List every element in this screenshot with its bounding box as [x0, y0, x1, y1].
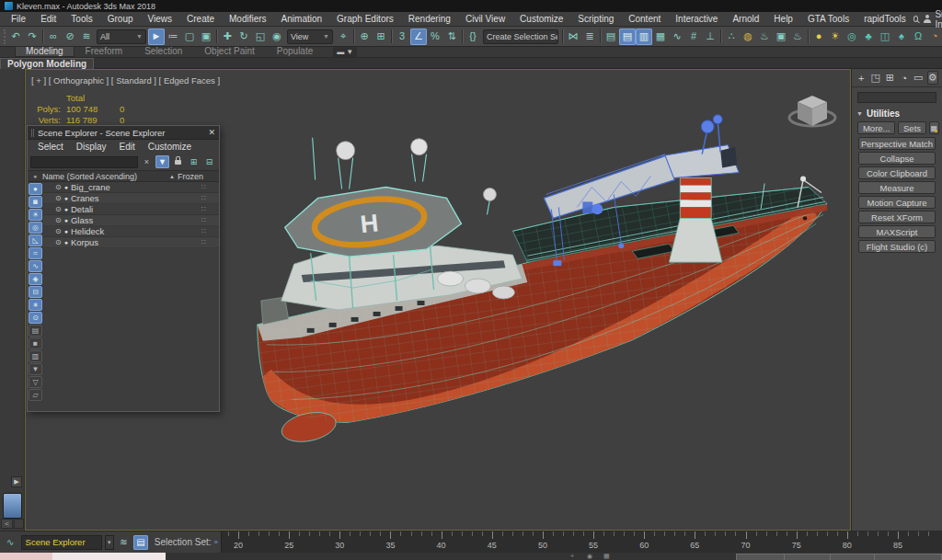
- keyboard-shortcut-override-icon[interactable]: ⊞: [373, 29, 389, 45]
- toggle-ribbon-icon[interactable]: ▦: [652, 29, 669, 45]
- render-setup-icon[interactable]: ♨: [756, 29, 773, 45]
- se-menu-edit[interactable]: Edit: [113, 142, 142, 152]
- display-containers-icon[interactable]: ◈: [29, 273, 42, 285]
- sort-by-hierarchy-icon[interactable]: ▥: [29, 350, 42, 362]
- utility-button-motion-capture[interactable]: Motion Capture: [858, 196, 936, 209]
- edit-named-selection-sets-icon[interactable]: {}: [465, 29, 481, 45]
- menu-help[interactable]: Help: [766, 14, 800, 24]
- expand-tree-icon[interactable]: ⊞: [187, 155, 201, 168]
- filter-sets-icon[interactable]: ▼: [29, 363, 42, 375]
- lock-icon[interactable]: [171, 155, 185, 168]
- ribbon-tab-object-paint[interactable]: Object Paint: [193, 46, 265, 57]
- collapse-tree-icon[interactable]: ⊟: [202, 155, 216, 168]
- menu-graph-editors[interactable]: Graph Editors: [329, 14, 401, 24]
- mirror-icon[interactable]: ⋈: [565, 29, 581, 45]
- filter-icon[interactable]: ▽: [29, 376, 42, 388]
- isolate-layers-icon[interactable]: ≋: [117, 535, 132, 550]
- layout-scroll-left-button[interactable]: <: [1, 519, 13, 529]
- select-and-link-icon[interactable]: ∞: [45, 29, 62, 45]
- layout-scroll-spacer[interactable]: [14, 519, 24, 529]
- reference-coordinate-system-dropdown[interactable]: View▼: [287, 29, 333, 44]
- scene-object-row[interactable]: ⊙●Helideck∷: [43, 226, 219, 237]
- clear-search-icon[interactable]: ×: [140, 155, 154, 168]
- utility-button-maxscript[interactable]: MAXScript: [858, 225, 936, 238]
- ribbon-tab-populate[interactable]: Populate: [266, 46, 324, 57]
- explorer-selector-arrow-icon[interactable]: ▼: [105, 535, 114, 550]
- name-column-header[interactable]: Name (Sorted Ascending): [42, 172, 169, 181]
- unlink-selection-icon[interactable]: ⊘: [62, 29, 78, 45]
- menu-animation[interactable]: Animation: [274, 14, 329, 24]
- scene-explorer-header[interactable]: ● Name (Sorted Ascending) ▲ Frozen: [28, 170, 219, 182]
- more-utilities-button[interactable]: More...: [857, 121, 895, 134]
- toggle-scene-explorer-icon[interactable]: ▤: [603, 29, 619, 45]
- utilities-rollout-header[interactable]: ▼ Utilities: [852, 105, 942, 120]
- bind-to-space-warp-icon[interactable]: ≋: [78, 29, 95, 45]
- scene-explorer-titlebar[interactable]: Scene Explorer - Scene Explorer ✕: [28, 126, 219, 140]
- material-editor-icon[interactable]: ◍: [740, 29, 756, 45]
- snaps-toggle-icon[interactable]: 3: [394, 29, 410, 45]
- grid-icon[interactable]: ▦: [603, 553, 610, 560]
- menu-arnold[interactable]: Arnold: [725, 14, 766, 24]
- utility-button-color-clipboard[interactable]: Color Clipboard: [858, 166, 936, 179]
- utilities-tab[interactable]: ⚙: [927, 71, 939, 85]
- spinner-snap-toggle-icon[interactable]: ⇅: [443, 29, 460, 45]
- trees-icon[interactable]: ♣: [860, 29, 877, 45]
- utility-button-perspective-match[interactable]: Perspective Match: [858, 137, 936, 150]
- close-icon[interactable]: ✕: [208, 128, 215, 137]
- frozen-toggle-icon[interactable]: ∷: [201, 194, 206, 202]
- particle-view-icon[interactable]: ∴: [723, 29, 740, 45]
- menu-rapidtools[interactable]: rapidTools: [856, 14, 913, 24]
- selection-filter-dropdown[interactable]: All▼: [97, 29, 146, 44]
- viewcube[interactable]: [786, 83, 839, 134]
- display-cameras-icon[interactable]: ◎: [29, 222, 42, 234]
- utility-button-collapse[interactable]: Collapse: [858, 152, 936, 165]
- schematic-view-icon[interactable]: #: [685, 29, 702, 45]
- select-and-scale-icon[interactable]: ◱: [252, 29, 269, 45]
- se-menu-select[interactable]: Select: [31, 142, 70, 152]
- search-input[interactable]: [30, 156, 138, 168]
- display-shapes-icon[interactable]: ◙: [29, 196, 42, 208]
- viewport-label[interactable]: [ + ] [ Orthographic ] [ Standard ] [ Ed…: [31, 75, 220, 86]
- utility-button-reset-xform[interactable]: Reset XForm: [858, 211, 936, 223]
- sign-in-button[interactable]: Sign In: [935, 9, 942, 29]
- ribbon-tab-modeling[interactable]: Modeling: [15, 46, 75, 57]
- maxscript-mini-listener-white[interactable]: [52, 553, 166, 560]
- search-icon[interactable]: [913, 16, 919, 22]
- angle-snap-toggle-icon[interactable]: ∠: [410, 29, 427, 45]
- frozen-column-header[interactable]: ▲ Frozen: [169, 172, 219, 181]
- display-hidden-icon[interactable]: ⊙: [29, 312, 42, 324]
- visibility-eye-icon[interactable]: ⊙: [55, 238, 62, 246]
- open-container-explorer-icon[interactable]: ▥: [636, 29, 652, 45]
- rectangular-selection-region-icon[interactable]: ▢: [181, 29, 198, 45]
- render-to-texture-icon[interactable]: ⊥: [702, 29, 718, 45]
- percent-snap-toggle-icon[interactable]: %: [427, 29, 443, 45]
- scene-object-row[interactable]: ⊙●Detali∷: [43, 204, 219, 215]
- panel-grip[interactable]: [31, 129, 34, 137]
- frozen-toggle-icon[interactable]: ∷: [201, 227, 206, 235]
- select-and-rotate-icon[interactable]: ↻: [236, 29, 252, 45]
- undo-icon[interactable]: ↶: [7, 29, 24, 45]
- select-by-name-icon[interactable]: ≔: [165, 29, 181, 45]
- display-helpers-icon[interactable]: ◺: [29, 234, 42, 246]
- type-column-icon[interactable]: ●: [28, 173, 42, 179]
- offset-mode-icon[interactable]: ◉: [587, 553, 592, 560]
- motion-tab[interactable]: ◔: [899, 71, 911, 85]
- menu-civil-view[interactable]: Civil View: [458, 14, 512, 24]
- toolbar-grip[interactable]: [4, 29, 6, 44]
- menu-content[interactable]: Content: [621, 14, 668, 24]
- visibility-eye-icon[interactable]: ⊙: [55, 194, 62, 202]
- display-tab[interactable]: ▭: [913, 71, 925, 85]
- utility-button-flight-studio-c-[interactable]: Flight Studio (c): [858, 240, 936, 253]
- overflow-chevrons-icon[interactable]: »: [214, 538, 218, 546]
- sun-icon[interactable]: ☀: [827, 29, 844, 45]
- visibility-eye-icon[interactable]: ⊙: [55, 205, 62, 213]
- modify-tab[interactable]: ◳: [870, 71, 882, 85]
- display-frozen-icon[interactable]: ∗: [29, 299, 42, 311]
- ribbon-display-toggle-icon[interactable]: ▬▼: [333, 47, 357, 57]
- grid-size-field[interactable]: [874, 554, 942, 560]
- menu-edit[interactable]: Edit: [33, 14, 63, 24]
- select-and-move-icon[interactable]: ✚: [219, 29, 236, 45]
- menu-customize[interactable]: Customize: [512, 14, 570, 24]
- hierarchy-tab[interactable]: ⊞: [884, 71, 896, 85]
- viewport-tab-play-icon[interactable]: ▶: [11, 476, 22, 487]
